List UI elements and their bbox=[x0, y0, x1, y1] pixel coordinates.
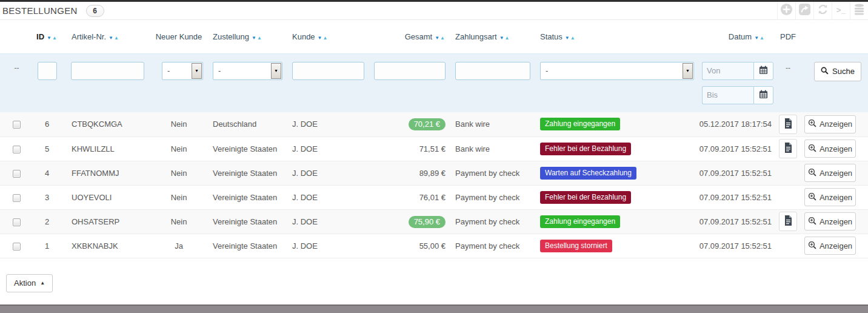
calendar-button[interactable] bbox=[753, 62, 773, 80]
sort-desc-icon[interactable]: ▼ bbox=[435, 35, 440, 41]
sort-asc-icon[interactable]: ▲ bbox=[323, 35, 329, 41]
order-date: 07.09.2017 15:52:51 bbox=[694, 136, 775, 161]
calendar-icon bbox=[759, 66, 768, 76]
chevron-down-icon[interactable]: ▼ bbox=[683, 63, 693, 79]
table-row[interactable]: 3 UOYEVOLI Nein Vereinigte Staaten J. DO… bbox=[0, 185, 868, 209]
header-toolbar: >_ bbox=[777, 2, 868, 20]
filter-date-to-group bbox=[702, 86, 773, 104]
chevron-down-icon[interactable]: ▼ bbox=[192, 63, 202, 79]
column-header-date[interactable]: Datum▼▲ bbox=[694, 20, 775, 53]
filter-new-customer-select[interactable]: - ▼ bbox=[162, 62, 203, 80]
order-payment: Payment by check bbox=[449, 234, 533, 258]
order-total: 71,51 € bbox=[419, 144, 446, 153]
sort-asc-icon[interactable]: ▲ bbox=[505, 35, 510, 41]
sort-desc-icon[interactable]: ▼ bbox=[565, 35, 570, 41]
order-payment: Bank wire bbox=[449, 112, 533, 136]
view-order-button[interactable]: Anzeigen bbox=[804, 140, 856, 158]
view-order-button[interactable]: Anzeigen bbox=[804, 212, 856, 231]
orders-count-badge: 6 bbox=[86, 5, 104, 17]
calendar-button[interactable] bbox=[753, 86, 773, 104]
page-header: BESTELLUNGEN 6 >_ bbox=[0, 2, 868, 20]
pdf-invoice-button[interactable] bbox=[779, 212, 797, 231]
sql-manager-button[interactable] bbox=[850, 2, 868, 20]
chevron-down-icon[interactable]: ▼ bbox=[271, 63, 281, 79]
filter-total-input[interactable] bbox=[374, 62, 446, 80]
row-checkbox[interactable] bbox=[13, 121, 21, 129]
filter-date-to-input[interactable] bbox=[702, 86, 753, 104]
order-customer: J. DOE bbox=[285, 112, 370, 136]
table-row[interactable]: 6 CTBQKCMGA Nein Deutschland J. DOE 70,2… bbox=[0, 112, 868, 136]
order-customer: J. DOE bbox=[285, 185, 370, 209]
sort-asc-icon[interactable]: ▲ bbox=[114, 35, 119, 41]
order-id: 3 bbox=[33, 185, 61, 209]
share-icon bbox=[798, 3, 811, 18]
add-new-button[interactable] bbox=[777, 2, 795, 20]
pdf-invoice-button[interactable] bbox=[779, 139, 797, 158]
sort-asc-icon[interactable]: ▲ bbox=[760, 35, 765, 41]
refresh-button[interactable] bbox=[813, 2, 832, 20]
table-row[interactable]: 4 FFATNOMMJ Nein Vereinigte Staaten J. D… bbox=[0, 161, 868, 185]
filter-status-select[interactable]: - ▼ bbox=[540, 62, 694, 80]
table-row[interactable]: 1 XKBKNABJK Ja Vereinigte Staaten J. DOE… bbox=[0, 234, 868, 258]
view-order-button[interactable]: Anzeigen bbox=[804, 188, 856, 206]
zoom-in-icon bbox=[808, 119, 816, 129]
column-header-total[interactable]: Gesamt▼▲ bbox=[370, 20, 449, 53]
document-icon bbox=[784, 143, 792, 155]
filter-payment-input[interactable] bbox=[455, 62, 530, 80]
database-icon bbox=[853, 3, 866, 18]
view-order-button[interactable]: Anzeigen bbox=[804, 115, 856, 133]
sort-asc-icon[interactable]: ▲ bbox=[440, 35, 446, 41]
column-header-status[interactable]: Status▼▲ bbox=[533, 20, 694, 53]
row-checkbox[interactable] bbox=[13, 146, 21, 153]
zoom-in-icon bbox=[808, 144, 816, 154]
order-total: 70,21 € bbox=[409, 118, 446, 130]
table-row[interactable]: 5 KHWLILZLL Nein Vereinigte Staaten J. D… bbox=[0, 136, 868, 161]
sort-desc-icon[interactable]: ▼ bbox=[499, 35, 505, 41]
filter-delivery-select[interactable]: - ▼ bbox=[213, 62, 282, 80]
order-delivery: Vereinigte Staaten bbox=[206, 136, 285, 161]
column-header-delivery[interactable]: Zustellung▼▲ bbox=[206, 20, 285, 53]
view-order-button[interactable]: Anzeigen bbox=[804, 164, 856, 182]
order-new-customer: Nein bbox=[152, 161, 206, 185]
row-checkbox[interactable] bbox=[13, 218, 21, 226]
order-reference: KHWLILZLL bbox=[61, 136, 152, 161]
pdf-invoice-button[interactable] bbox=[779, 115, 797, 134]
caret-up-icon: ▲ bbox=[40, 280, 45, 286]
export-button[interactable] bbox=[795, 2, 813, 20]
column-header-customer[interactable]: Kunde▼▲ bbox=[285, 20, 370, 53]
order-reference: OHSATSERP bbox=[61, 209, 152, 234]
order-customer: J. DOE bbox=[285, 136, 370, 161]
filter-customer-input[interactable] bbox=[292, 62, 364, 80]
view-order-button[interactable]: Anzeigen bbox=[804, 237, 856, 255]
sort-desc-icon[interactable]: ▼ bbox=[47, 35, 52, 41]
document-icon bbox=[784, 215, 792, 227]
row-checkbox[interactable] bbox=[13, 170, 21, 178]
filter-date-from-input[interactable] bbox=[702, 62, 753, 80]
column-header-payment[interactable]: Zahlungsart▼▲ bbox=[449, 20, 533, 53]
sort-desc-icon[interactable]: ▼ bbox=[109, 35, 114, 41]
row-checkbox[interactable] bbox=[13, 243, 21, 251]
order-new-customer: Nein bbox=[152, 112, 206, 136]
sort-asc-icon[interactable]: ▲ bbox=[52, 35, 58, 41]
table-row[interactable]: 2 OHSATSERP Nein Vereinigte Staaten J. D… bbox=[0, 209, 868, 234]
filter-reference-input[interactable] bbox=[71, 62, 144, 80]
order-date: 07.09.2017 15:52:51 bbox=[694, 185, 775, 209]
sort-desc-icon[interactable]: ▼ bbox=[252, 35, 257, 41]
column-header-reference[interactable]: Artikel-Nr.▼▲ bbox=[61, 20, 152, 53]
order-new-customer: Nein bbox=[152, 185, 206, 209]
order-date: 07.09.2017 15:52:51 bbox=[694, 209, 775, 234]
sort-asc-icon[interactable]: ▲ bbox=[570, 35, 576, 41]
search-button[interactable]: Suche bbox=[814, 62, 861, 81]
bulk-action-button[interactable]: Aktion ▲ bbox=[6, 274, 53, 292]
order-payment: Bank wire bbox=[449, 136, 533, 161]
column-header-id[interactable]: ID▼▲ bbox=[33, 20, 61, 53]
zoom-in-icon bbox=[808, 241, 816, 251]
sort-desc-icon[interactable]: ▼ bbox=[754, 35, 760, 41]
terminal-button[interactable]: >_ bbox=[832, 2, 850, 20]
order-new-customer: Nein bbox=[152, 209, 206, 234]
order-delivery: Deutschland bbox=[206, 112, 285, 136]
sort-asc-icon[interactable]: ▲ bbox=[257, 35, 262, 41]
sort-desc-icon[interactable]: ▼ bbox=[318, 35, 323, 41]
row-checkbox[interactable] bbox=[13, 194, 21, 202]
filter-id-input[interactable] bbox=[38, 62, 57, 80]
